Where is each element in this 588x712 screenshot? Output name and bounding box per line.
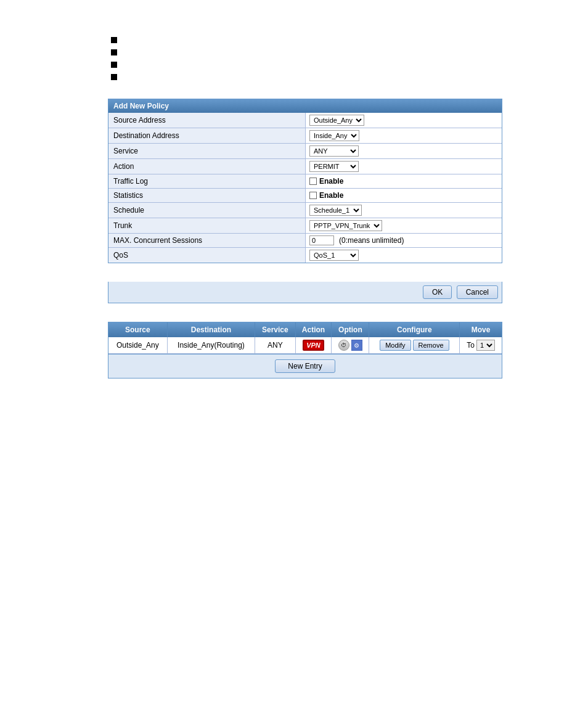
destination-address-value[interactable]: Inside_Any bbox=[306, 128, 502, 143]
move-to-label: To bbox=[467, 341, 475, 350]
traffic-log-checkbox[interactable] bbox=[309, 178, 317, 185]
configure-cell: Modify Remove bbox=[373, 340, 455, 351]
trunk-select[interactable]: PPTP_VPN_Trunk bbox=[309, 220, 382, 231]
qos-row: QoS QoS_1 bbox=[108, 248, 502, 263]
schedule-row: Schedule Schedule_1 bbox=[108, 203, 502, 218]
schedule-icon[interactable]: ⏱ bbox=[338, 340, 349, 351]
bullet-item-3 bbox=[111, 62, 576, 68]
trunk-label: Trunk bbox=[108, 218, 306, 233]
schedule-select[interactable]: Schedule_1 bbox=[309, 205, 362, 216]
bullet-icon-2 bbox=[111, 49, 117, 55]
qos-label: QoS bbox=[108, 248, 306, 263]
new-entry-button[interactable]: New Entry bbox=[275, 359, 335, 373]
policy-table: Source Destination Service Action Option… bbox=[108, 322, 502, 354]
qos-select[interactable]: QoS_1 bbox=[309, 250, 359, 261]
col-source: Source bbox=[108, 322, 167, 337]
statistics-row: Statistics Enable bbox=[108, 189, 502, 203]
config-icon[interactable]: ⚙ bbox=[351, 340, 362, 351]
action-value[interactable]: PERMIT bbox=[306, 159, 502, 174]
table-header-row: Source Destination Service Action Option… bbox=[108, 322, 502, 337]
row-move: To 1 bbox=[460, 337, 502, 354]
bullet-icon-1 bbox=[111, 37, 117, 43]
move-select[interactable]: 1 bbox=[476, 340, 495, 351]
new-entry-row: New Entry bbox=[108, 354, 502, 379]
bullet-icon-3 bbox=[111, 62, 117, 68]
action-select[interactable]: PERMIT bbox=[309, 161, 359, 172]
col-option: Option bbox=[332, 322, 369, 337]
trunk-value[interactable]: PPTP_VPN_Trunk bbox=[306, 218, 502, 233]
traffic-log-label: Traffic Log bbox=[108, 174, 306, 188]
add-new-policy-form: Add New Policy Source Address Outside_An… bbox=[108, 99, 502, 263]
destination-address-label: Destination Address bbox=[108, 128, 306, 143]
col-service: Service bbox=[255, 322, 295, 337]
row-source: Outside_Any bbox=[108, 337, 167, 354]
statistics-value[interactable]: Enable bbox=[306, 189, 502, 202]
bullet-icon-4 bbox=[111, 74, 117, 80]
row-configure: Modify Remove bbox=[369, 337, 460, 354]
max-sessions-label: MAX. Concurrent Sessions bbox=[108, 234, 306, 247]
bullet-item-4 bbox=[111, 74, 576, 80]
statistics-label: Statistics bbox=[108, 189, 306, 202]
max-sessions-value[interactable]: (0:means unlimited) bbox=[306, 234, 502, 247]
form-buttons: OK Cancel bbox=[108, 282, 502, 303]
traffic-log-enable-text: Enable bbox=[319, 177, 343, 186]
source-address-value[interactable]: Outside_Any bbox=[306, 113, 502, 128]
service-select[interactable]: ANY bbox=[309, 145, 359, 157]
destination-address-row: Destination Address Inside_Any bbox=[108, 128, 502, 144]
service-value[interactable]: ANY bbox=[306, 144, 502, 158]
schedule-value[interactable]: Schedule_1 bbox=[306, 203, 502, 218]
max-sessions-row: MAX. Concurrent Sessions (0:means unlimi… bbox=[108, 234, 502, 248]
col-configure: Configure bbox=[369, 322, 460, 337]
max-sessions-input[interactable] bbox=[309, 235, 334, 245]
bullet-item-2 bbox=[111, 49, 576, 55]
cancel-button[interactable]: Cancel bbox=[457, 285, 498, 299]
option-icons: ⏱ ⚙ bbox=[335, 340, 365, 351]
ok-button[interactable]: OK bbox=[423, 285, 452, 299]
action-row: Action PERMIT bbox=[108, 159, 502, 174]
table-row: Outside_Any Inside_Any(Routing) ANY VPN … bbox=[108, 337, 502, 354]
row-option: ⏱ ⚙ bbox=[332, 337, 369, 354]
source-address-row: Source Address Outside_Any bbox=[108, 113, 502, 128]
destination-address-select[interactable]: Inside_Any bbox=[309, 130, 359, 141]
schedule-label: Schedule bbox=[108, 203, 306, 218]
source-address-label: Source Address bbox=[108, 113, 306, 128]
action-label: Action bbox=[108, 159, 306, 174]
col-move: Move bbox=[460, 322, 502, 337]
remove-button[interactable]: Remove bbox=[413, 340, 449, 351]
row-service: ANY bbox=[255, 337, 295, 354]
col-action: Action bbox=[295, 322, 332, 337]
modify-button[interactable]: Modify bbox=[380, 340, 410, 351]
bullet-list bbox=[111, 37, 576, 80]
row-destination: Inside_Any(Routing) bbox=[167, 337, 255, 354]
traffic-log-row: Traffic Log Enable bbox=[108, 174, 502, 189]
max-sessions-hint: (0:means unlimited) bbox=[339, 236, 404, 245]
vpn-badge: VPN bbox=[303, 340, 324, 351]
service-row: Service ANY bbox=[108, 144, 502, 159]
col-destination: Destination bbox=[167, 322, 255, 337]
statistics-checkbox[interactable] bbox=[309, 192, 317, 199]
service-label: Service bbox=[108, 144, 306, 158]
policy-table-section: Source Destination Service Action Option… bbox=[108, 322, 502, 354]
source-address-select[interactable]: Outside_Any bbox=[309, 115, 364, 126]
move-cell: To 1 bbox=[463, 340, 498, 351]
qos-value[interactable]: QoS_1 bbox=[306, 248, 502, 263]
bullet-item-1 bbox=[111, 37, 576, 43]
traffic-log-value[interactable]: Enable bbox=[306, 174, 502, 188]
form-title: Add New Policy bbox=[108, 99, 502, 113]
row-action: VPN bbox=[295, 337, 332, 354]
statistics-enable-text: Enable bbox=[319, 191, 343, 200]
trunk-row: Trunk PPTP_VPN_Trunk bbox=[108, 218, 502, 234]
